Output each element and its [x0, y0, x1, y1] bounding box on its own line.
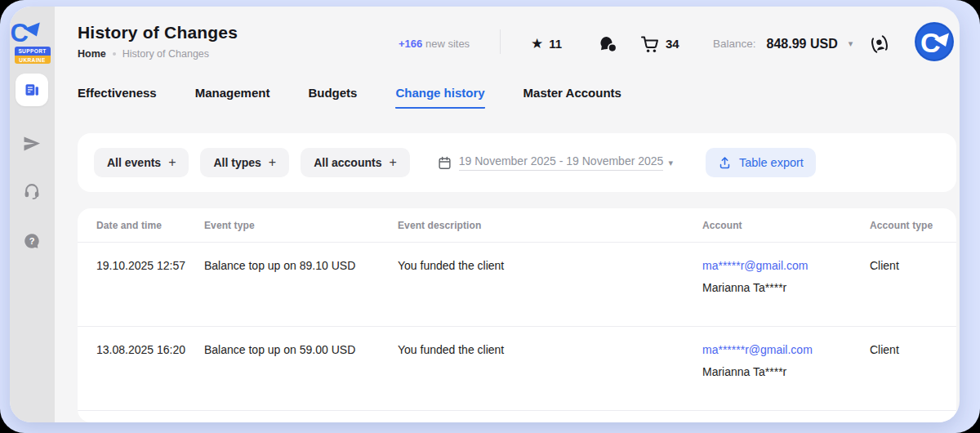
breadcrumb: Home History of Changes	[78, 48, 238, 60]
headphones-icon	[23, 181, 41, 199]
row-account-type: Client	[870, 257, 940, 297]
breadcrumb-home-link[interactable]: Home	[78, 48, 106, 60]
breadcrumb-separator	[113, 52, 116, 56]
sidebar-item-help[interactable]: ?	[16, 225, 48, 257]
notifications-button[interactable]	[869, 11, 890, 76]
app-logo[interactable]: C SUPPORT UKRAINE	[10, 18, 55, 64]
new-sites-counter[interactable]: +166 new sites	[399, 11, 470, 76]
chevron-down-icon: ▾	[849, 38, 853, 49]
new-sites-count: +166	[399, 38, 422, 50]
app-window: C SUPPORT UKRAINE	[10, 7, 960, 422]
filter-all-events[interactable]: All events +	[94, 148, 189, 177]
plus-icon: +	[269, 155, 276, 170]
tab-master-accounts[interactable]: Master Accounts	[523, 86, 621, 109]
table-header-row: Date and time Event type Event descripti…	[78, 208, 956, 242]
row-account: ma******r@gmail.com Marianna Ta****r	[702, 341, 870, 381]
filter-accounts-label: All accounts	[314, 156, 381, 169]
row-event-type: Balance top up on 59.00 USD	[204, 341, 398, 381]
chevron-down-icon: ▾	[668, 158, 673, 168]
row-date: 13.08.2025 16:20	[96, 341, 204, 381]
cart-icon	[640, 34, 660, 54]
balance-dropdown[interactable]: Balance: 848.99 USD ▾	[713, 11, 853, 76]
export-icon	[718, 156, 732, 170]
account-name: Marianna Ta****r	[702, 364, 855, 380]
filter-bar: All events + All types + All accounts +	[78, 133, 956, 192]
breadcrumb-current: History of Changes	[122, 48, 209, 60]
row-description: You funded the client	[398, 257, 702, 297]
row-description: You funded the client	[398, 341, 702, 381]
plus-icon: +	[389, 155, 396, 170]
support-ukraine-badge: SUPPORT UKRAINE	[15, 47, 51, 64]
tab-management[interactable]: Management	[195, 86, 270, 109]
table-row: 19.10.2025 12:57 Balance top up on 89.10…	[78, 242, 956, 326]
badge-ukraine-label: UKRAINE	[15, 56, 51, 65]
balance-label: Balance:	[713, 38, 756, 50]
new-sites-label: new sites	[425, 38, 470, 50]
row-date: 19.10.2025 12:57	[96, 257, 204, 297]
cart-count: 34	[666, 37, 679, 51]
balance-value: 848.99 USD	[767, 37, 838, 51]
svg-text:?: ?	[29, 236, 35, 246]
favorites-counter[interactable]: ★ 11	[531, 11, 562, 76]
date-range-picker[interactable]: 19 November 2025 - 19 November 2025 ▾	[438, 154, 673, 171]
tab-bar: Effectiveness Management Budgets Change …	[78, 86, 621, 109]
topbar-divider	[500, 29, 501, 54]
top-bar: History of Changes Home History of Chang…	[55, 7, 960, 76]
avatar-logo-icon: C	[915, 22, 954, 61]
table-export-button[interactable]: Table export	[706, 148, 816, 177]
calendar-icon	[438, 156, 452, 170]
date-range-value: 19 November 2025 - 19 November 2025	[459, 154, 664, 171]
tab-budgets[interactable]: Budgets	[308, 86, 357, 109]
account-name: Marianna Ta****r	[702, 279, 855, 296]
favorites-count: 11	[549, 37, 562, 51]
column-header-event-type: Event type	[204, 220, 398, 231]
question-icon: ?	[23, 232, 41, 250]
filter-events-label: All events	[107, 156, 161, 169]
table-row: 13.08.2025 16:20 Balance top up on 59.00…	[78, 326, 956, 410]
filter-types-label: All types	[213, 156, 261, 169]
tab-change-history[interactable]: Change history	[395, 86, 484, 109]
plus-icon: +	[168, 155, 176, 170]
sidebar-item-telegram[interactable]	[16, 127, 48, 160]
svg-text:C: C	[10, 19, 28, 46]
comments-icon	[599, 34, 618, 54]
title-block: History of Changes Home History of Chang…	[78, 23, 238, 60]
collaborator-logo-icon: C	[10, 18, 41, 46]
main-content: History of Changes Home History of Chang…	[55, 7, 960, 422]
row-account: ma*****r@gmail.com Marianna Ta****r	[702, 257, 870, 297]
sidebar-item-news[interactable]	[16, 74, 48, 106]
cart-counter[interactable]: 34	[640, 11, 679, 76]
news-icon	[24, 82, 40, 98]
column-header-account: Account	[702, 220, 870, 231]
account-email-link[interactable]: ma******r@gmail.com	[702, 343, 813, 356]
table-export-label: Table export	[739, 156, 804, 169]
star-icon: ★	[531, 37, 543, 51]
sidebar-item-support[interactable]	[16, 174, 48, 207]
table-row: 24.04.2025 10:06 Access to the project C…	[78, 410, 956, 422]
svg-text:C: C	[920, 27, 941, 58]
filter-all-accounts[interactable]: All accounts +	[301, 148, 410, 177]
history-table: Date and time Event type Event descripti…	[78, 208, 956, 422]
page-background: C SUPPORT UKRAINE	[0, 0, 980, 433]
notifications-icon	[866, 31, 893, 57]
paper-plane-icon	[22, 134, 42, 154]
messages-button[interactable]	[599, 11, 618, 76]
account-email-link[interactable]: ma*****r@gmail.com	[702, 259, 808, 272]
filter-all-types[interactable]: All types +	[200, 148, 289, 177]
column-header-description: Event description	[398, 220, 702, 231]
row-account-type: Client	[870, 341, 940, 381]
badge-support-label: SUPPORT	[15, 47, 51, 56]
column-header-account-type: Account type	[870, 220, 940, 231]
column-header-date: Date and time	[96, 220, 204, 231]
sidebar: C SUPPORT UKRAINE	[10, 7, 55, 422]
tab-effectiveness[interactable]: Effectiveness	[78, 86, 157, 109]
row-event-type: Balance top up on 89.10 USD	[204, 257, 398, 297]
page-title: History of Changes	[78, 23, 238, 42]
user-avatar[interactable]: C	[915, 22, 954, 61]
